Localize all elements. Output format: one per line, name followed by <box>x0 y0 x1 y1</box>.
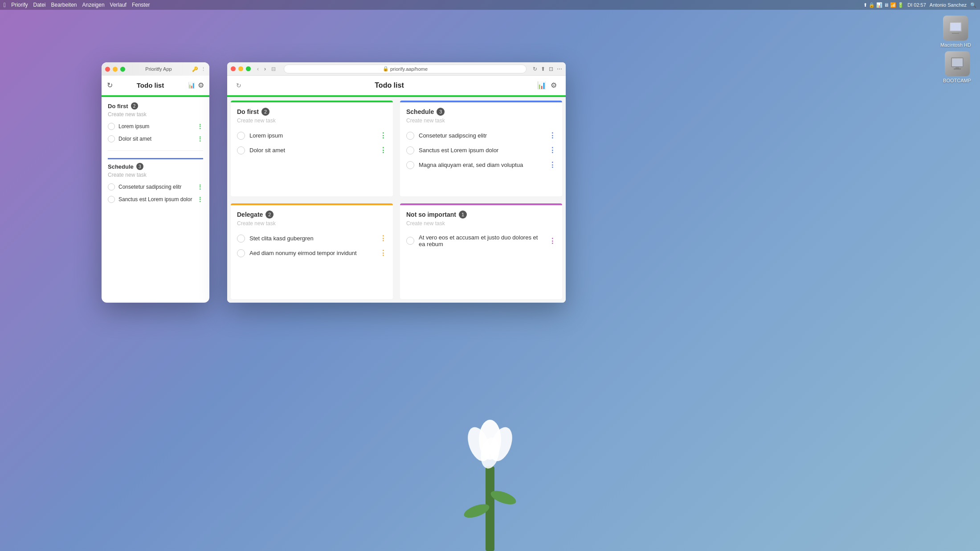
task-menu-icon[interactable]: ⋮ <box>549 237 556 245</box>
task-label: Stet clita kasd gubergren <box>249 235 375 242</box>
mobile-app-header: ↻ Todo list 📊 ⚙ <box>102 76 209 95</box>
mobile-schedule-title: Schedule <box>108 163 134 170</box>
menubar-right: ⬆ 🔒 📊 🖥 📶 🔋 DI 02:57 Antonio Sanchez 🔍 <box>863 2 976 8</box>
task-checkbox[interactable] <box>237 132 245 140</box>
menu-bearbeiten[interactable]: Bearbeiten <box>51 2 77 8</box>
desktop-icon-macintosh[interactable]: Macintosh HD <box>940 16 971 48</box>
panel-schedule: Schedule 3 Create new task Consetetur sa… <box>400 101 562 196</box>
menubar-left:  Priorify Datei Bearbeiten Anzeigen Ver… <box>4 1 150 8</box>
mobile-do-first-badge: 2 <box>131 102 138 109</box>
traffic-light-minimize[interactable] <box>113 67 118 72</box>
delegate-header: Delegate 2 <box>237 211 387 219</box>
delegate-badge: 2 <box>265 211 274 219</box>
browser-forward-button[interactable]: › <box>262 65 268 73</box>
panel-not-important: Not so important 1 Create new task At ve… <box>400 203 562 299</box>
browser-chart-icon[interactable]: 📊 <box>537 81 546 89</box>
task-checkbox[interactable] <box>237 146 245 154</box>
task-checkbox[interactable] <box>406 146 414 154</box>
traffic-light-maximize[interactable] <box>120 67 125 72</box>
browser-tab-icon[interactable]: ⊡ <box>549 66 553 72</box>
schedule-create-new[interactable]: Create new task <box>406 117 556 124</box>
list-item: Dolor sit amet ⋮ <box>108 133 203 145</box>
browser-address-bar[interactable]: 🔒 priorify.aap/home <box>284 65 527 73</box>
not-important-title: Not so important <box>406 211 456 218</box>
mobile-schedule-create[interactable]: Create new task <box>108 172 203 178</box>
task-checkbox[interactable] <box>108 135 115 142</box>
task-menu-icon[interactable]: ⋮ <box>197 196 203 203</box>
dots-menu-icon[interactable]: ⋮ <box>201 66 206 72</box>
mobile-schedule-badge: 3 <box>136 163 143 170</box>
browser-settings-icon[interactable]: ⚙ <box>551 81 557 89</box>
task-checkbox[interactable] <box>237 235 245 243</box>
task-menu-icon[interactable]: ⋮ <box>197 123 203 130</box>
menu-anzeigen[interactable]: Anzeigen <box>82 2 105 8</box>
browser-window: ‹ › ⊟ 🔒 priorify.aap/home ↻ ⬆ ⊡ ⋯ ↻ Todo… <box>227 62 566 303</box>
task-label: Dolor sit amet <box>249 147 375 154</box>
menu-fenster[interactable]: Fenster <box>132 2 150 8</box>
not-important-create-new[interactable]: Create new task <box>406 220 556 227</box>
task-checkbox[interactable] <box>406 237 414 245</box>
task-checkbox[interactable] <box>406 132 414 140</box>
do-first-header: Do first 2 <box>237 108 387 116</box>
task-menu-icon[interactable]: ⋮ <box>380 249 387 257</box>
svg-rect-5 <box>952 58 963 66</box>
app-menu-name[interactable]: Priorify <box>11 2 28 8</box>
panel-do-first: Do first 2 Create new task Lorem ipsum ⋮… <box>231 101 393 196</box>
task-label: Consetetur sadipscing elitr <box>419 132 544 139</box>
svg-rect-7 <box>954 69 961 69</box>
desktop-icon-bootcamp[interactable]: BOOTCAMP <box>943 51 971 83</box>
task-checkbox[interactable] <box>108 183 115 190</box>
browser-sidebar-button[interactable]: ⊟ <box>270 65 278 73</box>
task-checkbox[interactable] <box>108 196 115 203</box>
browser-nav: ‹ › ⊟ <box>255 65 278 73</box>
mobile-titlebar: Prioritfy App 🔑 ⋮ <box>102 62 209 76</box>
apple-menu[interactable]:  <box>4 1 6 8</box>
browser-share-icon[interactable]: ⬆ <box>541 66 545 72</box>
mobile-settings-icon[interactable]: ⚙ <box>198 81 204 89</box>
browser-back-button[interactable]: ‹ <box>255 65 261 73</box>
task-menu-icon[interactable]: ⋮ <box>549 131 556 140</box>
bootcamp-icon <box>945 51 970 76</box>
mobile-do-first-title: Do first <box>108 103 128 109</box>
delegate-panel-body: Delegate 2 Create new task Stet clita ka… <box>231 205 393 299</box>
browser-app-header: ↻ Todo list 📊 ⚙ <box>227 76 566 95</box>
mobile-do-first-create[interactable]: Create new task <box>108 111 203 117</box>
menu-datei[interactable]: Datei <box>33 2 45 8</box>
task-menu-icon[interactable]: ⋮ <box>380 131 387 140</box>
task-menu-icon[interactable]: ⋮ <box>380 146 387 154</box>
browser-more-icon[interactable]: ⋯ <box>557 66 562 72</box>
task-menu-icon[interactable]: ⋮ <box>380 234 387 243</box>
do-first-badge: 2 <box>261 108 270 116</box>
menu-verlauf[interactable]: Verlauf <box>110 2 127 8</box>
task-menu-icon[interactable]: ⋮ <box>549 161 556 169</box>
task-menu-icon[interactable]: ⋮ <box>197 135 203 142</box>
browser-app-refresh-icon[interactable]: ↻ <box>236 82 241 89</box>
task-menu-icon[interactable]: ⋮ <box>197 183 203 190</box>
list-item: Dolor sit amet ⋮ <box>237 143 387 158</box>
mobile-chart-icon[interactable]: 📊 <box>188 82 195 89</box>
mobile-window-title: Prioritfy App <box>128 66 189 72</box>
task-checkbox[interactable] <box>237 249 245 257</box>
list-item: Lorem ipsum ⋮ <box>237 128 387 143</box>
browser-refresh-icon[interactable]: ↻ <box>533 66 537 72</box>
task-checkbox[interactable] <box>108 123 115 130</box>
search-icon[interactable]: 🔍 <box>970 2 976 8</box>
delegate-create-new[interactable]: Create new task <box>237 220 387 227</box>
task-menu-icon[interactable]: ⋮ <box>549 146 556 154</box>
mobile-refresh-icon[interactable]: ↻ <box>107 81 113 89</box>
mobile-app-title: Todo list <box>113 81 188 89</box>
task-label: At vero eos et accusam et justo duo dolo… <box>419 234 544 247</box>
browser-traffic-minimize[interactable] <box>238 66 243 71</box>
task-label: Lorem ipsum <box>118 123 193 130</box>
browser-traffic-maximize[interactable] <box>246 66 251 71</box>
task-checkbox[interactable] <box>406 161 414 169</box>
list-item: Magna aliquyam erat, sed diam voluptua ⋮ <box>406 158 556 172</box>
do-first-create-new[interactable]: Create new task <box>237 117 387 124</box>
lock-icon: 🔒 <box>383 66 389 72</box>
traffic-light-close[interactable] <box>105 67 110 72</box>
menubar-time: DI 02:57 <box>907 2 926 8</box>
list-item: Stet clita kasd gubergren ⋮ <box>237 231 387 246</box>
browser-traffic-close[interactable] <box>231 66 236 71</box>
list-item: Sanctus est Lorem ipsum dolor ⋮ <box>406 143 556 158</box>
schedule-badge: 3 <box>437 108 445 116</box>
